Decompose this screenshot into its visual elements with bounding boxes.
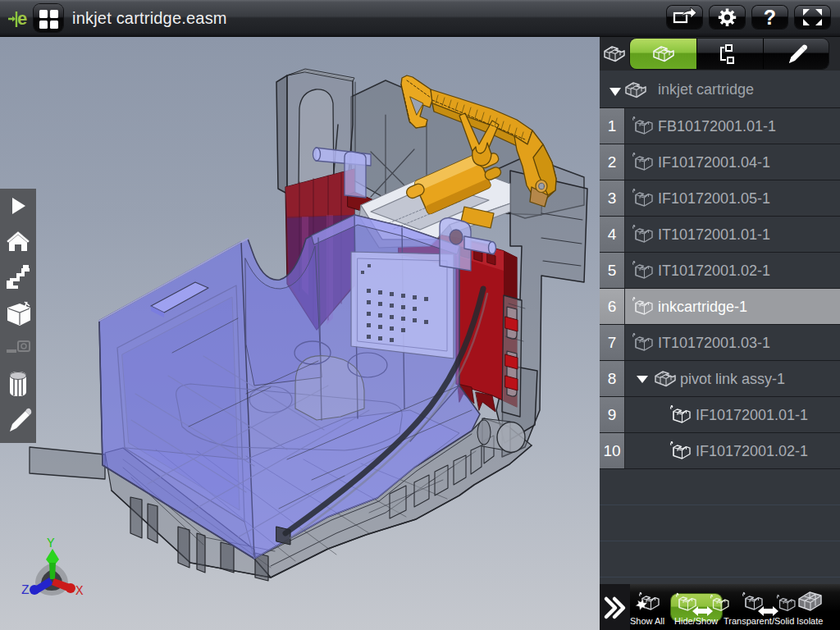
- svg-text:Y: Y: [47, 536, 55, 551]
- svg-text:X: X: [75, 584, 84, 599]
- svg-text:e: e: [17, 8, 27, 29]
- svg-text:?: ?: [764, 6, 776, 29]
- svg-text:Z: Z: [21, 583, 30, 598]
